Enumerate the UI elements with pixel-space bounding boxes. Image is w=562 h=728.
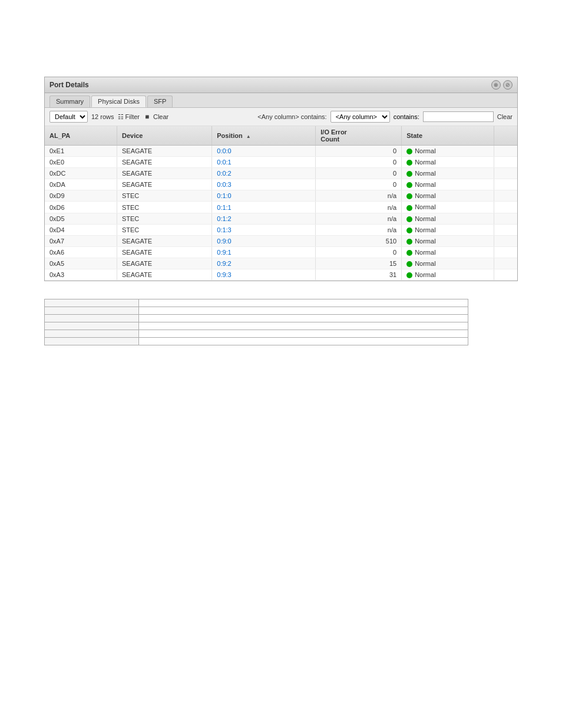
cell-al-pa: 0xA6 bbox=[45, 246, 117, 258]
col-extra bbox=[494, 126, 517, 146]
table-header-row: AL_PA Device Position ▲ I/O ErrorCount S… bbox=[45, 126, 517, 146]
maximize-icon[interactable]: ⊘ bbox=[503, 80, 513, 90]
cell-position: 0:1:3 bbox=[212, 224, 316, 235]
prop-row-4 bbox=[45, 322, 468, 330]
table-row: 0xDCSEAGATE0:0:20Normal bbox=[45, 168, 517, 179]
position-link[interactable]: 0:1:3 bbox=[217, 226, 231, 233]
table-row: 0xA3SEAGATE0:9:331Normal bbox=[45, 269, 517, 281]
cell-extra bbox=[494, 235, 517, 246]
cell-extra bbox=[494, 146, 517, 157]
panel-icons: ⊗ ⊘ bbox=[491, 80, 513, 90]
toolbar-row: Default 12 rows ☷ Filter ◾ Clear <Any co… bbox=[45, 108, 517, 126]
prop-label-4 bbox=[45, 322, 139, 330]
cell-state: Normal bbox=[402, 179, 494, 190]
position-link[interactable]: 0:1:2 bbox=[217, 215, 231, 222]
filter-button[interactable]: ☷ Filter bbox=[118, 113, 140, 121]
cell-state: Normal bbox=[402, 258, 494, 269]
table-row: 0xD4STEC0:1:3n/aNormal bbox=[45, 224, 517, 235]
prop-label-2 bbox=[45, 307, 139, 315]
cell-device: SEAGATE bbox=[117, 235, 211, 246]
clear-toolbar-button[interactable]: ◾ Clear bbox=[143, 113, 168, 121]
row-count: 12 rows bbox=[91, 113, 114, 120]
position-link[interactable]: 0:0:2 bbox=[217, 170, 231, 177]
panel-title: Port Details bbox=[49, 81, 89, 89]
prop-label-5 bbox=[45, 330, 139, 338]
table-row: 0xE1SEAGATE0:0:00Normal bbox=[45, 146, 517, 157]
table-row: 0xD5STEC0:1:2n/aNormal bbox=[45, 213, 517, 224]
cell-device: STEC bbox=[117, 213, 211, 224]
minimize-icon[interactable]: ⊗ bbox=[491, 80, 501, 90]
cell-state: Normal bbox=[402, 157, 494, 168]
clear-search-button[interactable]: Clear bbox=[497, 113, 513, 120]
cell-position: 0:1:2 bbox=[212, 213, 316, 224]
cell-extra bbox=[494, 168, 517, 179]
position-link[interactable]: 0:0:0 bbox=[217, 147, 231, 154]
table-row: 0xD9STEC0:1:0n/aNormal bbox=[45, 190, 517, 202]
cell-io-error: 0 bbox=[316, 146, 402, 157]
table-row: 0xA7SEAGATE0:9:0510Normal bbox=[45, 235, 517, 246]
disk-table: AL_PA Device Position ▲ I/O ErrorCount S… bbox=[45, 126, 517, 281]
cell-io-error: 0 bbox=[316, 168, 402, 179]
position-link[interactable]: 0:9:1 bbox=[217, 249, 231, 256]
search-input[interactable] bbox=[423, 111, 494, 122]
cell-state: Normal bbox=[402, 269, 494, 281]
cell-al-pa: 0xA7 bbox=[45, 235, 117, 246]
prop-value-2 bbox=[139, 307, 468, 315]
cell-position: 0:9:3 bbox=[212, 269, 316, 281]
cell-position: 0:9:1 bbox=[212, 246, 316, 258]
position-link[interactable]: 0:0:3 bbox=[217, 181, 231, 188]
table-body: 0xE1SEAGATE0:0:00Normal0xE0SEAGATE0:0:10… bbox=[45, 146, 517, 281]
status-dot bbox=[406, 250, 412, 256]
tab-sfp[interactable]: SFP bbox=[147, 95, 173, 107]
prop-row-1 bbox=[45, 299, 468, 307]
tab-physical-disks[interactable]: Physical Disks bbox=[91, 95, 146, 107]
view-dropdown[interactable]: Default bbox=[49, 111, 88, 123]
cell-io-error: n/a bbox=[316, 224, 402, 235]
cell-device: SEAGATE bbox=[117, 179, 211, 190]
cell-state: Normal bbox=[402, 213, 494, 224]
search-section: <Any column> contains: <Any column> cont… bbox=[257, 111, 513, 123]
position-link[interactable]: 0:0:1 bbox=[217, 159, 231, 166]
cell-extra bbox=[494, 258, 517, 269]
position-link[interactable]: 0:9:0 bbox=[217, 238, 231, 245]
cell-state: Normal bbox=[402, 146, 494, 157]
port-details-panel: Port Details ⊗ ⊘ Summary Physical Disks … bbox=[44, 77, 518, 281]
col-io-error: I/O ErrorCount bbox=[316, 126, 402, 146]
cell-al-pa: 0xD6 bbox=[45, 202, 117, 213]
cell-device: STEC bbox=[117, 224, 211, 235]
prop-row-2 bbox=[45, 307, 468, 315]
cell-device: SEAGATE bbox=[117, 168, 211, 179]
search-label: <Any column> contains: bbox=[257, 113, 326, 120]
table-row: 0xA5SEAGATE0:9:215Normal bbox=[45, 258, 517, 269]
search-column-dropdown[interactable]: <Any column> bbox=[330, 111, 390, 123]
properties-table bbox=[44, 299, 468, 345]
cell-io-error: 0 bbox=[316, 157, 402, 168]
cell-al-pa: 0xE1 bbox=[45, 146, 117, 157]
cell-state: Normal bbox=[402, 235, 494, 246]
cell-extra bbox=[494, 269, 517, 281]
cell-position: 0:0:1 bbox=[212, 157, 316, 168]
cell-extra bbox=[494, 224, 517, 235]
prop-value-1 bbox=[139, 299, 468, 307]
position-link[interactable]: 0:9:3 bbox=[217, 271, 231, 278]
col-al-pa: AL_PA bbox=[45, 126, 117, 146]
contains-label: contains: bbox=[394, 113, 419, 120]
cell-al-pa: 0xDA bbox=[45, 179, 117, 190]
prop-label-1 bbox=[45, 299, 139, 307]
cell-io-error: n/a bbox=[316, 202, 402, 213]
cell-position: 0:1:0 bbox=[212, 190, 316, 202]
status-dot bbox=[406, 272, 412, 278]
clear-toolbar-icon: ◾ bbox=[143, 113, 151, 121]
status-dot bbox=[406, 216, 412, 222]
tab-summary[interactable]: Summary bbox=[49, 95, 90, 107]
position-link[interactable]: 0:1:0 bbox=[217, 192, 231, 199]
cell-position: 0:1:1 bbox=[212, 202, 316, 213]
col-device: Device bbox=[117, 126, 211, 146]
cell-extra bbox=[494, 213, 517, 224]
status-dot bbox=[406, 182, 412, 188]
cell-al-pa: 0xD4 bbox=[45, 224, 117, 235]
position-link[interactable]: 0:1:1 bbox=[217, 204, 231, 211]
status-dot bbox=[406, 228, 412, 233]
position-link[interactable]: 0:9:2 bbox=[217, 260, 231, 267]
panel-header: Port Details ⊗ ⊘ bbox=[45, 77, 517, 93]
